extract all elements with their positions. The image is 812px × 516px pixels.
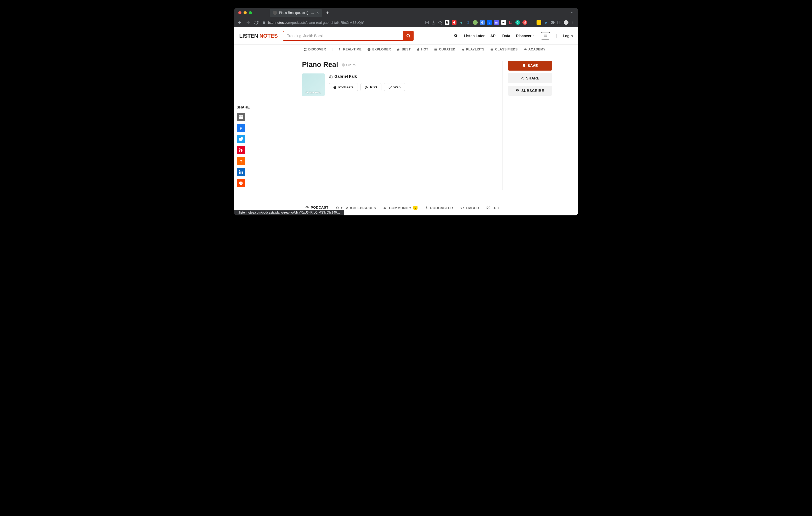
url-field[interactable]: listennotes.com/podcasts/plano-real-gabr… [262,21,364,25]
svg-rect-20 [491,48,493,51]
discover-link[interactable]: Discover [516,34,535,38]
share-reddit[interactable] [237,179,245,187]
install-icon[interactable] [425,20,429,25]
new-tab-button[interactable]: + [324,9,331,17]
svg-point-26 [366,88,366,88]
svg-point-27 [517,90,518,91]
svg-point-6 [572,23,573,24]
share-label: SHARE [237,105,250,109]
share-facebook[interactable] [237,124,245,132]
ext-icon[interactable]: ⊕ [544,20,548,25]
forward-button[interactable] [245,20,250,25]
chrome-expand-icon[interactable] [570,11,574,14]
nav-explorer[interactable]: EXPLORER [367,48,391,51]
back-button[interactable] [237,20,242,25]
data-link[interactable]: Data [502,34,510,38]
ext-icon[interactable]: ✈ [501,20,506,25]
tab-title: Plano Real (podcast) - Gabriel [279,11,315,14]
tab-edit[interactable]: EDIT [486,203,500,213]
ext-icon[interactable] [529,20,534,25]
profile-avatar[interactable] [564,20,569,25]
hamburger-menu[interactable] [541,32,550,39]
site-logo[interactable]: LISTEN NOTES [239,33,278,39]
nav-realtime[interactable]: REAL-TIME [338,48,361,51]
tab-community[interactable]: COMMUNITY0 [383,203,418,213]
api-link[interactable]: API [491,34,496,38]
share-linkedin[interactable] [237,168,245,176]
bookmark-star-icon[interactable] [438,20,442,25]
ext-icon[interactable]: ↓ [487,20,492,25]
community-badge: 0 [413,206,417,210]
svg-rect-2 [558,21,561,24]
svg-line-30 [338,209,339,209]
ext-icon[interactable]: ◆ [459,20,464,25]
login-link[interactable]: Login [563,34,573,38]
ext-icon[interactable] [452,20,457,25]
nav-playlists[interactable]: PLAYLISTS [461,48,485,51]
ext-icon[interactable] [473,20,478,25]
listen-later-link[interactable]: Listen Later [464,34,485,38]
svg-marker-19 [397,48,400,51]
share-pinterest[interactable] [237,146,245,154]
apple-podcasts-pill[interactable]: Podcasts [329,83,358,91]
ext-icon[interactable]: M [522,20,527,25]
svg-rect-15 [304,50,305,51]
window-minimize[interactable] [243,11,247,14]
settings-icon[interactable] [453,33,458,38]
titlebar: Plano Real (podcast) - Gabriel × + [234,8,578,18]
ext-icon[interactable] [536,20,541,25]
window-maximize[interactable] [249,11,252,14]
window-close[interactable] [238,11,241,14]
extensions-icon[interactable] [551,20,555,25]
share-button[interactable]: SHARE [508,73,552,83]
svg-point-7 [407,34,410,37]
subscribe-button[interactable]: SUBSCRIBE [508,86,552,96]
ext-icon[interactable]: ⦾ [466,20,471,25]
browser-tab[interactable]: Plano Real (podcast) - Gabriel × [270,9,322,17]
share-twitter[interactable] [237,135,245,143]
share-email[interactable] [237,113,245,121]
nav-best[interactable]: BEST [397,48,411,51]
lock-icon [262,21,265,24]
sidepanel-icon[interactable] [557,20,561,25]
nav-curated[interactable]: CURATED [434,48,455,51]
svg-marker-1 [438,21,442,24]
browser-window: Plano Real (podcast) - Gabriel × + liste… [234,8,578,215]
search-input[interactable] [283,31,403,41]
status-bar: ...listennotes.com/podcasts/plano-real-v… [234,210,344,215]
share-hackernews[interactable] [237,157,245,165]
nav-row: DISCOVER | REAL-TIME EXPLORER BEST HOT C… [234,45,578,54]
ext-icon[interactable] [508,20,513,25]
reload-button[interactable] [254,20,258,25]
ext-icon[interactable]: G [515,20,520,25]
podcast-artwork[interactable]: PLANO REAL [302,73,325,96]
ext-icon[interactable]: m [494,20,499,25]
author-link[interactable]: Gabriel Falk [334,74,357,79]
svg-point-22 [239,181,242,185]
svg-point-29 [337,207,339,209]
nav-discover[interactable]: DISCOVER [303,48,326,51]
tab-close-icon[interactable]: × [317,11,319,15]
nav-hot[interactable]: HOT [416,48,428,51]
podcast-title: Plano Real [302,61,338,69]
claim-link[interactable]: Claim [341,63,355,67]
nav-classifieds[interactable]: CLASSIFIEDS [490,48,518,51]
ext-icon[interactable]: R [445,20,450,25]
svg-point-4 [572,21,573,22]
save-button[interactable]: SAVE [508,61,552,70]
svg-point-9 [455,35,457,37]
url-path: /podcasts/plano-real-gabriel-falk-RIoCrM… [291,21,364,25]
tab-embed[interactable]: EMBED [460,203,480,213]
center-column: Plano Real Claim PLANO REAL By Gabriel F… [302,61,464,190]
url-domain: listennotes.com [268,21,291,25]
tab-podcaster[interactable]: PODCASTER [424,203,453,213]
web-pill[interactable]: Web [384,83,405,91]
rss-pill[interactable]: RSS [360,83,381,91]
ext-icon[interactable]: G [480,20,485,25]
svg-point-23 [240,183,241,183]
share-url-icon[interactable] [431,20,436,25]
chrome-menu-icon[interactable] [571,20,575,25]
search-button[interactable] [403,31,413,41]
nav-academy[interactable]: ACADEMY [523,48,545,51]
svg-rect-16 [305,50,306,51]
